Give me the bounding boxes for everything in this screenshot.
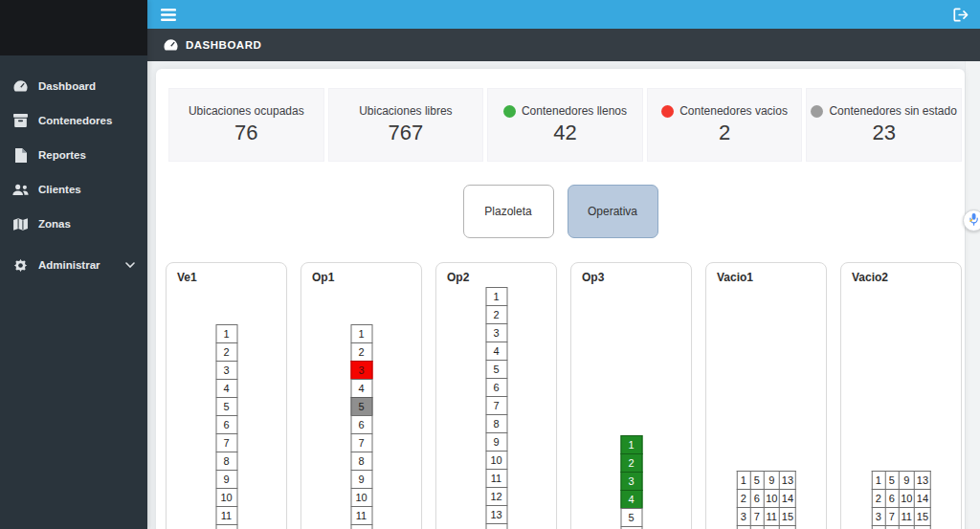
chevron-down-icon: [125, 262, 135, 268]
sidebar-item-dashboard[interactable]: Dashboard: [0, 69, 147, 103]
location-cell[interactable]: 6: [215, 415, 237, 434]
scrollbar-track[interactable]: [965, 61, 980, 529]
location-cell[interactable]: 1: [350, 324, 372, 343]
location-cell[interactable]: 10: [350, 488, 372, 507]
location-cell[interactable]: 12: [350, 524, 372, 529]
location-cell[interactable]: 5: [885, 472, 899, 490]
location-cell[interactable]: 10: [485, 451, 507, 470]
location-cell[interactable]: 5: [750, 472, 764, 490]
location-cell[interactable]: 7: [350, 433, 372, 452]
location-cell[interactable]: 16: [915, 526, 931, 529]
location-cell[interactable]: 13: [915, 472, 931, 490]
sidebar-item-administrar[interactable]: Administrar: [0, 248, 147, 282]
location-cell[interactable]: 4: [350, 379, 372, 398]
sidebar-item-clientes[interactable]: Clientes: [0, 172, 147, 207]
zone-panel-op1: Op1123456789101112: [301, 262, 422, 529]
location-cell[interactable]: 4: [737, 526, 750, 529]
location-cell[interactable]: 7: [485, 396, 507, 415]
location-cell[interactable]: 11: [485, 469, 507, 488]
location-cell[interactable]: 3: [350, 361, 372, 380]
logout-icon[interactable]: [953, 8, 969, 22]
location-cell[interactable]: 12: [485, 487, 507, 506]
location-cell[interactable]: 2: [485, 305, 507, 324]
zone-tab-plazoleta[interactable]: Plazoleta: [463, 185, 554, 238]
location-cell[interactable]: 7: [750, 508, 764, 526]
location-cell[interactable]: 14: [915, 490, 931, 508]
location-cell[interactable]: 8: [215, 452, 237, 471]
location-cell[interactable]: 11: [764, 508, 780, 526]
location-cell[interactable]: 12: [764, 526, 780, 529]
location-cell[interactable]: 2: [737, 490, 750, 508]
location-cell[interactable]: 5: [215, 397, 237, 416]
location-cell[interactable]: 3: [872, 508, 885, 526]
location-cell[interactable]: 4: [620, 490, 642, 509]
location-cell[interactable]: 11: [215, 506, 237, 525]
location-cell[interactable]: 3: [620, 472, 642, 491]
location-cell[interactable]: 5: [620, 508, 642, 527]
sidebar-item-zonas[interactable]: Zonas: [0, 207, 147, 241]
location-cell[interactable]: 3: [737, 508, 750, 526]
location-cell[interactable]: 1: [485, 287, 507, 306]
location-cell[interactable]: 3: [215, 361, 237, 380]
location-cell[interactable]: 7: [885, 508, 899, 526]
location-cell[interactable]: 4: [215, 379, 237, 398]
location-cell[interactable]: 8: [885, 526, 899, 529]
file-icon: [12, 147, 29, 163]
location-cell[interactable]: 8: [485, 414, 507, 433]
main-card: Ubicaciones ocupadas 76 Ubicaciones libr…: [156, 69, 965, 529]
location-cell[interactable]: 9: [485, 432, 507, 452]
stat-label: Contenedores vacios: [661, 104, 788, 118]
location-cell[interactable]: 1: [872, 472, 885, 490]
location-cell[interactable]: 5: [485, 360, 507, 379]
location-cell[interactable]: 4: [485, 342, 507, 361]
location-cell[interactable]: 6: [350, 415, 372, 434]
location-cell[interactable]: 1: [215, 324, 237, 343]
location-cell[interactable]: 5: [350, 397, 372, 416]
location-cell[interactable]: 3: [485, 323, 507, 342]
location-cell[interactable]: 12: [899, 526, 915, 529]
zone-panel-op2: Op21234567891011121314: [435, 262, 557, 529]
location-cell[interactable]: 2: [872, 490, 885, 508]
location-cell[interactable]: 10: [899, 490, 915, 508]
location-cell[interactable]: 12: [215, 524, 237, 529]
location-cell[interactable]: 2: [215, 342, 237, 362]
microphone-icon: [968, 212, 980, 230]
sidebar-item-reportes[interactable]: Reportes: [0, 138, 147, 172]
location-cell[interactable]: 11: [899, 508, 915, 526]
locations-column: 123456789101112: [350, 324, 372, 529]
stat-label-text: Ubicaciones ocupadas: [189, 104, 304, 118]
location-cell[interactable]: 9: [764, 472, 780, 490]
location-cell[interactable]: 1: [620, 435, 642, 454]
location-cell[interactable]: 11: [350, 506, 372, 525]
location-cell[interactable]: 13: [780, 472, 796, 490]
sidebar-item-label: Contenedores: [38, 115, 112, 126]
location-cell[interactable]: 2: [620, 453, 642, 473]
location-cell[interactable]: 10: [215, 488, 237, 507]
location-cell[interactable]: 15: [780, 508, 796, 526]
zone-tab-operativa[interactable]: Operativa: [568, 185, 658, 238]
zone-panel-vacio2: Vacio215913261014371115481216: [840, 262, 962, 529]
location-cell[interactable]: 6: [485, 378, 507, 397]
bars-icon[interactable]: [161, 9, 176, 21]
sidebar-item-contenedores[interactable]: Contenedores: [0, 103, 147, 138]
location-cell[interactable]: 15: [915, 508, 931, 526]
location-cell[interactable]: 9: [215, 470, 237, 489]
tachometer-icon: [164, 39, 178, 51]
location-cell[interactable]: 2: [350, 342, 372, 362]
location-cell[interactable]: 1: [737, 472, 750, 490]
stat-label: Contenedores sin estado: [811, 104, 956, 118]
location-cell[interactable]: 10: [764, 490, 780, 508]
location-cell[interactable]: 6: [885, 490, 899, 508]
location-cell[interactable]: 8: [350, 452, 372, 471]
location-cell[interactable]: 16: [780, 526, 796, 529]
location-cell[interactable]: 9: [899, 472, 915, 490]
location-cell[interactable]: 14: [485, 523, 507, 529]
location-cell[interactable]: 7: [215, 433, 237, 452]
location-cell[interactable]: 6: [750, 490, 764, 508]
location-cell[interactable]: 4: [872, 526, 885, 529]
location-cell[interactable]: 13: [485, 505, 507, 524]
microphone-overlay-button[interactable]: [963, 209, 980, 231]
location-cell[interactable]: 8: [750, 526, 764, 529]
location-cell[interactable]: 14: [780, 490, 796, 508]
location-cell[interactable]: 9: [350, 470, 372, 489]
